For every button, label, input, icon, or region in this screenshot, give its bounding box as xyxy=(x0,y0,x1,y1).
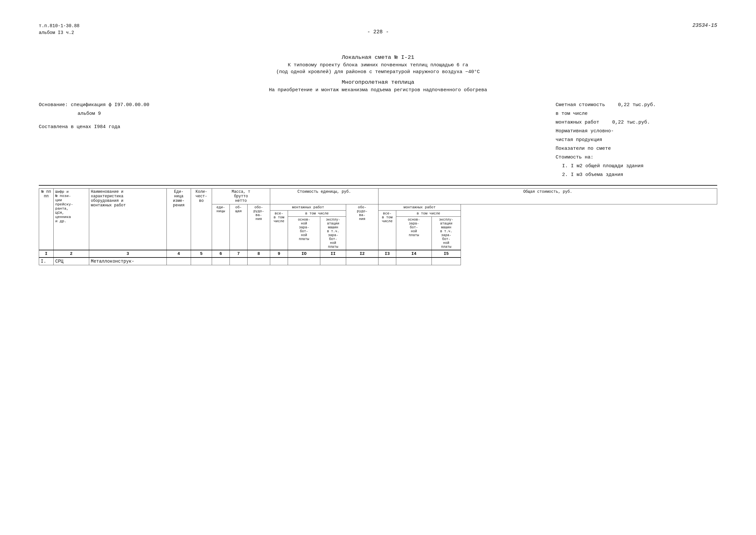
install-value: 0,22 тыс.руб. xyxy=(612,118,650,127)
cn-6: 6 xyxy=(212,250,230,258)
th-mass: Масса, тбруттонетто xyxy=(212,188,270,205)
th-mass-unit: еди-ницы xyxy=(212,205,230,250)
subtitle1: К типовому проекту блока зимних почвенны… xyxy=(39,62,717,68)
th-col2: Шифр и№ пози-циипрейску-ранта,ЦСН,ценник… xyxy=(54,188,89,250)
th-col3: Наименование ихарактеристикаоборудования… xyxy=(89,188,167,250)
th-mass-total: об-щая xyxy=(230,205,248,250)
cn-8: 8 xyxy=(248,250,270,258)
th-mach-total: эксплу-атациимашинв т.ч.зара-бот-нойплат… xyxy=(432,217,461,250)
norm-label2: чистая продукция xyxy=(555,135,717,144)
doc-ref-line2: альбом I3 ч.2 xyxy=(39,29,79,36)
doc-number: 23534-15 xyxy=(692,23,717,28)
th-install-all-total: все-в томчисле xyxy=(378,211,396,250)
cost-label: Сметная стоимость xyxy=(555,100,605,109)
cn-5: 5 xyxy=(191,250,212,258)
norm-label: Нормативная условно- xyxy=(555,127,717,135)
row1-col3: Металлоконструк- xyxy=(89,258,167,265)
compiled-label: Составлена в ценах I984 года xyxy=(39,123,149,131)
page-number: - 228 - xyxy=(39,29,717,35)
cn-14: I4 xyxy=(396,250,432,258)
th-basic-wage-unit: основ-нойзара-бот-нойплаты xyxy=(288,217,320,250)
basis-album: альбом 9 xyxy=(39,109,149,118)
basis-label: Основание: спецификация ф I97.00.00.00 xyxy=(39,100,149,109)
indicators-label: Показатели по смете xyxy=(555,144,717,153)
doc-title: Локальная смета № I-21 xyxy=(39,54,717,61)
row1-col14 xyxy=(396,258,432,265)
th-basic-wage-total: основ-зара-бот-нойплаты xyxy=(396,217,432,250)
cn-9: 9 xyxy=(270,250,288,258)
th-equip-total: обо-рудо-ва-ния xyxy=(346,205,378,250)
th-equip-unit: обо-рудо-ва-ния xyxy=(248,205,270,250)
cn-15: I5 xyxy=(432,250,461,258)
row1-col2: СРЦ xyxy=(54,258,89,265)
cn-10: IO xyxy=(288,250,320,258)
cost-value: 0,22 тыс.руб. xyxy=(618,100,656,109)
install-label: монтажных работ xyxy=(555,118,599,127)
cn-4: 4 xyxy=(167,250,191,258)
row1-col7 xyxy=(230,258,248,265)
info-right: Сметная стоимость 0,22 тыс.руб. в том чи… xyxy=(555,100,717,179)
th-col1: № пппп xyxy=(39,188,54,250)
cost-per-label: Стоимость на: xyxy=(555,153,717,162)
table-row: I. СРЦ Металлоконструк- xyxy=(39,258,717,265)
main-table: № пппп Шифр и№ пози-циипрейску-ранта,ЦСН… xyxy=(39,188,717,265)
row1-col15 xyxy=(432,258,461,265)
incl-label: в том числе xyxy=(555,109,717,118)
cost-row: Сметная стоимость 0,22 тыс.руб. xyxy=(555,100,717,109)
section-title: Многопролетная теплица xyxy=(39,79,717,85)
th-install-unit: монтажных работ xyxy=(270,205,346,211)
th-cost-total: Общая стоимость, руб. xyxy=(378,188,717,205)
separator-top xyxy=(39,185,717,186)
cn-7: 7 xyxy=(230,250,248,258)
row1-col5 xyxy=(191,258,212,265)
page: т.п.810-1-30.88 альбом I3 ч.2 23534-15 -… xyxy=(0,0,756,535)
row1-col12 xyxy=(346,258,378,265)
cost-per-1: I. I м2 общей площади здания xyxy=(555,162,717,170)
info-block: Основание: спецификация ф I97.00.00.00 а… xyxy=(39,100,717,179)
table-header-row1: № пппп Шифр и№ пози-циипрейску-ранта,ЦСН… xyxy=(39,188,717,205)
th-install-sub-total: в том числе xyxy=(396,211,461,217)
th-install-total: монтажных работ xyxy=(378,205,461,211)
description: На приобретение и монтаж механизма подъе… xyxy=(39,87,717,93)
subtitle2: (под одной кровлей) для районов с темпер… xyxy=(39,69,717,75)
info-left: Основание: спецификация ф I97.00.00.00 а… xyxy=(39,100,149,179)
row1-col1: I. xyxy=(39,258,54,265)
row1-col10 xyxy=(288,258,320,265)
install-row: монтажных работ 0,22 тыс.руб. xyxy=(555,118,717,127)
row1-col13 xyxy=(378,258,396,265)
row1-col6 xyxy=(212,258,230,265)
col-numbers-row: I 2 3 4 5 6 7 8 9 IO II I2 I3 I4 I5 xyxy=(39,250,717,258)
th-cost-unit: Стоимость единицы, руб. xyxy=(270,188,378,205)
th-mach-unit: эксплу-атациимашинв т.ч.зара-бот-нойплат… xyxy=(320,217,346,250)
doc-ref-line1: т.п.810-1-30.88 xyxy=(39,23,79,29)
th-col4: Еди-ницаизме-рения xyxy=(167,188,191,250)
doc-reference: т.п.810-1-30.88 альбом I3 ч.2 xyxy=(39,23,79,36)
cost-per-2: 2. I м3 объема здания xyxy=(555,170,717,179)
row1-col8 xyxy=(248,258,270,265)
cn-11: II xyxy=(320,250,346,258)
cn-3: 3 xyxy=(89,250,167,258)
cn-1: I xyxy=(39,250,54,258)
row1-col11 xyxy=(320,258,346,265)
header-section: Локальная смета № I-21 К типовому проект… xyxy=(39,54,717,93)
cn-13: I3 xyxy=(378,250,396,258)
th-install-sub-unit: в том числе xyxy=(288,211,346,217)
th-install-all-unit: все-в томчисле xyxy=(270,211,288,250)
row1-col9 xyxy=(270,258,288,265)
cn-12: I2 xyxy=(346,250,378,258)
th-col5: Коли-чест-во xyxy=(191,188,212,250)
row1-col4 xyxy=(167,258,191,265)
cn-2: 2 xyxy=(54,250,89,258)
